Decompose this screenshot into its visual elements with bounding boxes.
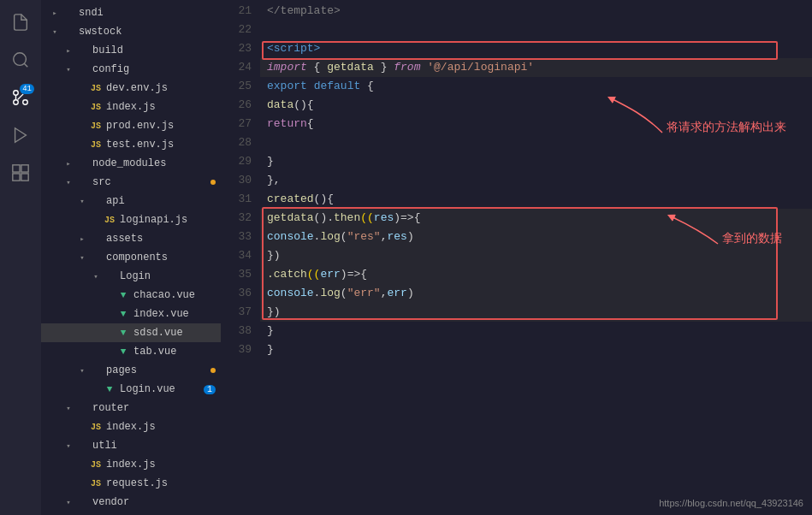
sidebar-item-request-js[interactable]: JSrequest.js [41, 474, 221, 493]
folder-arrow: ▾ [62, 62, 75, 76]
sidebar-item-index-vue[interactable]: ▼index.vue [41, 305, 221, 323]
code-line-25: export default { [260, 77, 812, 96]
tree-item-label: loginapi.js [120, 214, 187, 226]
folder-arrow [103, 345, 116, 358]
js-file-icon: JS [104, 216, 115, 225]
tree-item-label: index.js [106, 101, 156, 113]
code-token: )=>{ [341, 268, 367, 281]
tree-item-label: sndi [79, 7, 104, 19]
code-token: console [267, 287, 314, 299]
tree-item-label: sdsd.vue [133, 327, 183, 339]
sidebar-item-pages[interactable]: ▾pages [41, 361, 221, 380]
sidebar-item-swstock[interactable]: ▾swstock [41, 22, 221, 41]
sidebar-item-dev-env[interactable]: JSdev.env.js [41, 79, 221, 98]
code-token: err [387, 287, 406, 299]
files-icon[interactable] [5, 7, 36, 38]
code-token: }) [267, 305, 281, 318]
code-token: "err" [347, 287, 381, 299]
folder-arrow [75, 458, 89, 471]
sidebar-item-vendor[interactable]: ▾vendor [41, 493, 221, 512]
code-line-28 [260, 133, 812, 152]
sidebar-item-utli-index[interactable]: JSindex.js [41, 455, 221, 474]
sidebar-item-index-root[interactable]: JSindex.js [41, 98, 221, 116]
code-token: getdata [267, 211, 314, 224]
code-line-39: } [260, 340, 812, 359]
vue-file-icon: ▼ [121, 346, 127, 357]
code-token: from [394, 61, 420, 74]
code-token: (( [307, 268, 321, 281]
folder-arrow [75, 420, 89, 434]
tree-item-label: api [106, 195, 125, 207]
code-token: default [314, 80, 361, 92]
folder-arrow: ▸ [62, 44, 75, 57]
sidebar-item-node_modules[interactable]: ▸node_modules [41, 154, 221, 173]
code-container: 21222324252627282930313233343536373839 将… [221, 0, 812, 515]
folder-arrow [89, 213, 103, 227]
code-token: .catch [267, 268, 307, 281]
code-line-36: console.log("err",err) [260, 284, 812, 303]
folder-arrow: ▾ [62, 439, 75, 453]
sidebar-item-assets[interactable]: ▸assets [41, 229, 221, 248]
sidebar-item-test-env[interactable]: JStest.env.js [41, 135, 221, 154]
tree-item-label: src [92, 176, 111, 188]
svg-rect-8 [13, 174, 20, 181]
js-file-icon: JS [91, 460, 101, 470]
code-token: ) [407, 230, 414, 243]
folder-arrow: ▾ [62, 401, 75, 415]
file-badge: 1 [204, 385, 216, 394]
sidebar-item-sdsd-vue[interactable]: ▼sdsd.vue [41, 323, 221, 342]
activity-bar: 41 [0, 0, 41, 515]
sidebar-item-loginapi[interactable]: JSloginapi.js [41, 210, 221, 229]
sidebar-item-blob-js[interactable]: JSBlob.js [41, 512, 221, 515]
code-lines[interactable]: 将请求的方法解构出来 拿到的数据 [260, 0, 812, 515]
source-control-icon[interactable]: 41 [5, 82, 36, 113]
code-token: "res" [347, 230, 381, 243]
code-token: import [267, 61, 307, 74]
code-line-24: import { getdata } from '@/api/loginapi' [260, 58, 812, 77]
sidebar-item-login-folder[interactable]: ▾Login [41, 267, 221, 286]
svg-rect-9 [21, 174, 28, 181]
sidebar-item-sndi[interactable]: ▸sndi [41, 3, 221, 22]
code-line-21: </template> [260, 2, 812, 21]
code-token: then [334, 211, 360, 224]
tree-item-label: chacao.vue [133, 289, 195, 301]
code-token: res [387, 230, 406, 243]
code-token: { [307, 117, 314, 130]
vue-file-icon: ▼ [121, 328, 127, 338]
svg-line-1 [24, 63, 27, 67]
tree-item-label: swstock [79, 26, 122, 38]
svg-marker-5 [15, 128, 27, 143]
sidebar-item-router[interactable]: ▾router [41, 399, 221, 417]
sidebar-item-login-vue[interactable]: ▼Login.vue1 [41, 380, 221, 399]
code-line-22 [260, 21, 812, 39]
code-token: ( [341, 287, 347, 299]
folder-arrow: ▸ [75, 232, 89, 246]
sidebar-item-prod-env[interactable]: JSprod.env.js [41, 116, 221, 135]
folder-arrow [75, 138, 89, 151]
sidebar-item-src[interactable]: ▾src [41, 173, 221, 192]
js-file-icon: JS [91, 423, 101, 432]
editor-area: 21222324252627282930313233343536373839 将… [221, 0, 812, 515]
sidebar-item-build[interactable]: ▸build [41, 41, 221, 60]
svg-rect-7 [21, 165, 28, 172]
tree-item-label: index.js [106, 421, 156, 433]
sidebar-item-chacao-vue[interactable]: ▼chacao.vue [41, 286, 221, 305]
code-token: data [267, 98, 293, 111]
svg-rect-6 [13, 165, 20, 172]
sidebar-item-tab-vue[interactable]: ▼tab.vue [41, 342, 221, 361]
code-token: (){ [293, 98, 313, 111]
svg-point-3 [14, 91, 19, 96]
sidebar-item-components[interactable]: ▾components [41, 248, 221, 267]
code-token: log [320, 230, 340, 243]
code-token: ( [341, 230, 347, 243]
sidebar-item-api[interactable]: ▾api [41, 192, 221, 210]
search-icon[interactable] [5, 44, 36, 75]
sidebar-item-router-index[interactable]: JSindex.js [41, 417, 221, 436]
run-icon[interactable] [5, 120, 36, 151]
extensions-icon[interactable] [5, 157, 36, 188]
svg-point-4 [14, 100, 19, 105]
tree-item-label: utli [92, 440, 117, 452]
code-token: (). [314, 211, 334, 224]
sidebar-item-config[interactable]: ▾config [41, 60, 221, 79]
sidebar-item-utli[interactable]: ▾utli [41, 436, 221, 455]
